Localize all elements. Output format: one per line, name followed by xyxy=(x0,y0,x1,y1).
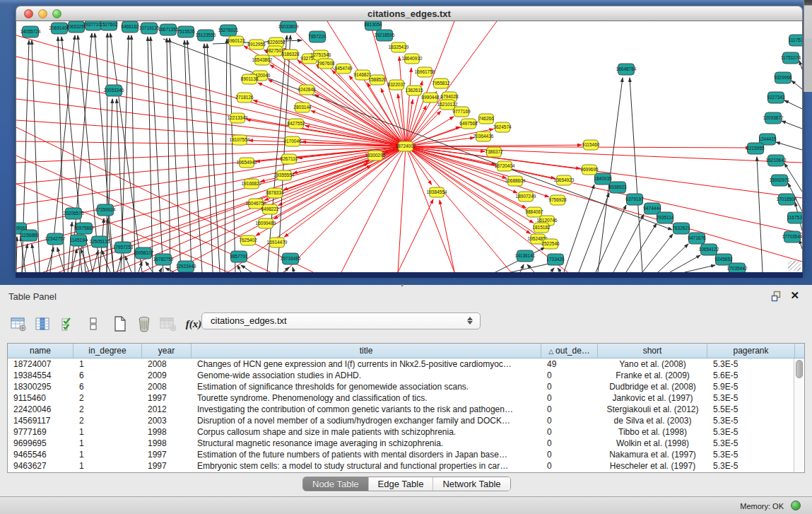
table-row[interactable]: 1456911722003Disruption of a novel membe… xyxy=(8,415,804,426)
graph-node[interactable]: 6466162 xyxy=(121,21,139,33)
graph-edge[interactable] xyxy=(16,237,17,272)
graph-edge[interactable] xyxy=(167,38,170,272)
graph-node[interactable]: 20206576 xyxy=(64,208,84,219)
column-header-title[interactable]: title xyxy=(192,344,541,358)
graph-node[interactable]: 8901138 xyxy=(241,74,259,84)
select-rows-icon[interactable] xyxy=(59,315,76,332)
graph-node[interactable]: 7955812 xyxy=(432,78,450,88)
graph-node[interactable]: 3624574 xyxy=(493,122,512,132)
graph-node[interactable]: 8498222 xyxy=(261,204,279,214)
table-row[interactable]: 946362711997Embryonic stem cells: a mode… xyxy=(8,460,804,472)
graph-edge[interactable] xyxy=(230,39,235,272)
graph-edge[interactable] xyxy=(799,61,802,69)
column-header-year[interactable]: year xyxy=(142,344,192,358)
graph-node[interactable]: 18907249 xyxy=(516,192,536,201)
graph-node[interactable]: 19218596 xyxy=(375,30,395,41)
graph-edge[interactable] xyxy=(406,21,497,146)
graph-edge[interactable] xyxy=(293,267,294,272)
graph-node[interactable]: 18107554 xyxy=(230,135,250,145)
graph-node[interactable]: 8471676 xyxy=(688,233,706,244)
graph-node[interactable]: 14136141 xyxy=(515,250,536,262)
graph-node[interactable]: 18724007 xyxy=(396,141,416,151)
graph-node[interactable]: 8215955 xyxy=(746,143,765,154)
network-canvas[interactable]: 1405572420691406106532671937710415276026… xyxy=(16,21,803,272)
graph-node[interactable]: 9115460 xyxy=(582,140,600,150)
graph-edge[interactable] xyxy=(284,146,406,237)
tab-edge-table[interactable]: Edge Table xyxy=(369,477,434,491)
graph-node[interactable]: 18640910 xyxy=(402,54,423,64)
graph-edge[interactable] xyxy=(642,234,673,272)
graph-node[interactable]: 9699695 xyxy=(580,165,599,175)
graph-node[interactable]: 9857791 xyxy=(230,251,248,262)
graph-node[interactable]: 8454749 xyxy=(334,64,353,74)
graph-edge[interactable] xyxy=(204,44,213,272)
table-row[interactable]: 977716911998Corpus callosum shape and si… xyxy=(8,426,804,438)
graph-node[interactable]: 1588520 xyxy=(368,75,387,85)
resize-grip[interactable] xyxy=(788,261,801,271)
graph-edge[interactable] xyxy=(225,39,227,272)
graph-edge[interactable] xyxy=(596,205,626,272)
graph-edge[interactable] xyxy=(283,267,289,272)
graph-edge[interactable] xyxy=(406,146,802,163)
graph-node[interactable]: 17957253 xyxy=(113,242,134,253)
graph-node[interactable]: 1527602 xyxy=(100,21,118,30)
graph-node[interactable]: 16720404 xyxy=(495,161,515,171)
table-row[interactable]: 1938455462009Genome-wide association stu… xyxy=(8,370,804,381)
column-header-in_degree[interactable]: in_degree xyxy=(73,344,142,358)
graph-node[interactable]: 10719135 xyxy=(139,23,160,34)
graph-edge[interactable] xyxy=(131,35,135,272)
citation-network-graph[interactable]: 1405572420691406106532671937710415276026… xyxy=(16,21,802,272)
graph-node[interactable]: 8960123 xyxy=(227,36,245,46)
graph-node[interactable]: 9227343 xyxy=(767,92,785,103)
graph-edge[interactable] xyxy=(520,264,524,272)
graph-node[interactable]: 16914479 xyxy=(267,238,288,247)
graph-edge[interactable] xyxy=(685,265,715,272)
graph-edge[interactable] xyxy=(440,200,454,272)
graph-node[interactable]: 16099489 xyxy=(256,218,276,228)
graph-edge[interactable] xyxy=(511,263,552,272)
graph-edge[interactable] xyxy=(658,244,688,272)
zoom-window-icon[interactable] xyxy=(52,9,61,18)
graph-edge[interactable] xyxy=(782,121,802,129)
new-table-icon[interactable] xyxy=(112,315,129,332)
graph-node[interactable]: 8322037 xyxy=(387,80,406,90)
graph-node[interactable]: 12923448 xyxy=(176,261,196,272)
graph-node[interactable]: 12342757 xyxy=(45,233,66,245)
graph-edge[interactable] xyxy=(110,33,142,272)
graph-edge[interactable] xyxy=(757,157,763,272)
graph-node[interactable]: 1117534 xyxy=(789,35,802,46)
minimize-window-icon[interactable] xyxy=(38,9,47,18)
graph-edge[interactable] xyxy=(207,44,220,272)
graph-edge[interactable] xyxy=(184,40,192,272)
graph-node[interactable]: 14055724 xyxy=(20,26,41,37)
graph-node[interactable]: 19355554 xyxy=(274,170,295,180)
graph-node[interactable]: 16648784 xyxy=(616,64,637,75)
graph-node[interactable]: 1733426 xyxy=(546,254,565,265)
graph-edge[interactable] xyxy=(102,250,110,272)
graph-node[interactable]: 16782759 xyxy=(153,254,174,265)
table-row[interactable]: 1872400712008Changes of HCN gene express… xyxy=(8,358,804,370)
column-header-short[interactable]: short xyxy=(598,344,707,358)
graph-node[interactable]: 7857224 xyxy=(308,31,326,42)
row-height-icon[interactable] xyxy=(85,315,102,332)
graph-node[interactable]: 13654923 xyxy=(554,175,575,185)
graph-node[interactable]: 1167533 xyxy=(787,212,802,223)
graph-node[interactable]: 9777169 xyxy=(452,107,471,117)
graph-node[interactable]: 16671355 xyxy=(158,24,179,35)
close-panel-icon[interactable]: ✕ xyxy=(790,289,799,302)
graph-edge[interactable] xyxy=(16,146,406,205)
graph-node[interactable]: 19384554 xyxy=(427,187,447,197)
graph-node[interactable]: 7625402 xyxy=(239,235,257,245)
graph-node[interactable]: 8427552 xyxy=(287,119,305,129)
graph-edge[interactable] xyxy=(406,146,802,198)
graph-node[interactable]: 2935114 xyxy=(657,212,674,223)
graph-node[interactable]: 8938923 xyxy=(608,182,627,193)
graph-node[interactable]: 8267110 xyxy=(281,154,298,164)
graph-node[interactable]: 9756928 xyxy=(548,195,567,205)
table-row[interactable]: 911546021997Tourette syndrome. Phenomeno… xyxy=(8,392,804,404)
graph-edge[interactable] xyxy=(278,146,406,206)
graph-node[interactable]: 8990448 xyxy=(421,93,440,103)
graph-node[interactable]: 6379197 xyxy=(625,194,644,205)
graph-node[interactable]: 8878334 xyxy=(266,188,284,198)
graph-node[interactable]: 9170046 xyxy=(283,136,302,146)
